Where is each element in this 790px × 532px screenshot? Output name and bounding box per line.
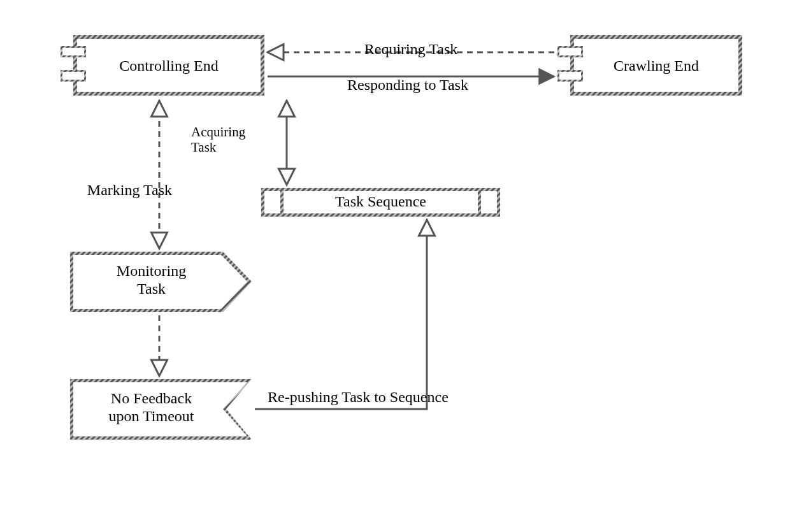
label-monitoring-task: Monitoring Task: [70, 262, 233, 298]
label-repush: Re-pushing Task to Sequence: [268, 389, 522, 406]
svg-rect-10: [557, 46, 583, 57]
label-controlling-end: Controlling End: [73, 57, 264, 75]
svg-rect-5: [62, 48, 84, 55]
edge-repush: [255, 220, 427, 409]
label-requiring-task: Requiring Task: [331, 41, 491, 59]
svg-rect-11: [559, 48, 581, 55]
label-responding-to-task: Responding to Task: [306, 76, 510, 94]
label-acquiring-task: Acquiring Task: [191, 124, 277, 155]
svg-rect-4: [61, 46, 86, 57]
label-marking-task: Marking Task: [57, 182, 172, 199]
label-crawling-end: Crawling End: [570, 57, 742, 75]
label-no-feedback: No Feedback upon Timeout: [70, 390, 233, 425]
label-task-sequence: Task Sequence: [261, 193, 500, 211]
